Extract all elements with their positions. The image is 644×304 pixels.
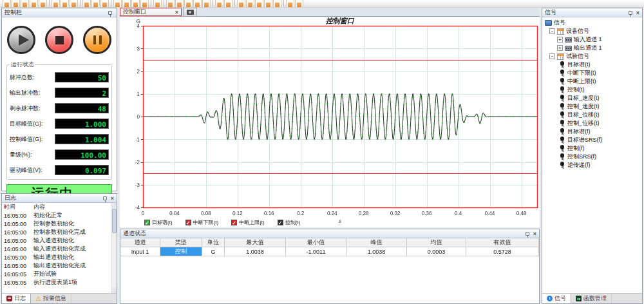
new-file-icon[interactable] xyxy=(3,0,11,8)
zoom-out-icon[interactable] xyxy=(273,0,281,8)
tree-group[interactable]: -设备信号 xyxy=(544,27,642,35)
channel-row[interactable]: Input 1控制G1.0038-1.00111.00380.00030.572… xyxy=(120,247,539,256)
close-icon[interactable]: × xyxy=(533,231,536,236)
tree-signal-item[interactable]: 控制(t) xyxy=(544,86,642,94)
layout-grid-3-icon[interactable] xyxy=(184,0,193,8)
tree-signal-item[interactable]: 目标谱(t) xyxy=(544,61,642,69)
log-row[interactable]: 16:05:00输入通道初始化完成 xyxy=(4,245,110,253)
expand-icon[interactable]: - xyxy=(549,28,555,34)
layout-grid-1-icon[interactable] xyxy=(166,0,175,8)
tree-channel[interactable]: +输入通道 1 xyxy=(544,35,642,44)
table-icon xyxy=(557,28,564,35)
chart-linlog-icon[interactable] xyxy=(122,0,131,8)
expand-icon[interactable]: - xyxy=(549,53,555,59)
zoom-in-icon[interactable] xyxy=(264,0,272,8)
pie-chart-icon[interactable] xyxy=(91,0,100,8)
tab-close-icon[interactable]: × xyxy=(175,10,178,15)
tree-signal-item[interactable]: 目标_位移(t) xyxy=(544,111,642,119)
refresh-icon[interactable] xyxy=(286,0,294,8)
close-icon[interactable] xyxy=(295,0,303,8)
pin-icon[interactable] xyxy=(103,196,107,200)
pan-icon[interactable] xyxy=(255,0,263,8)
legend-checkbox[interactable]: ✓ xyxy=(185,220,191,225)
log-panel: 日志 × 时间内容16:05:00初始化正常16:05:00控制参数初始化16:… xyxy=(1,193,117,304)
tab-secondary[interactable]: 函数管理 xyxy=(571,294,612,303)
control-bar-panel: 控制栏 运行状态 脉冲总数:50输出脉冲数:2剩余脉冲数:48目标峰值(G):1… xyxy=(1,8,117,191)
pause-button[interactable] xyxy=(83,26,111,54)
close-icon[interactable]: × xyxy=(111,196,114,201)
layout-grid-4-icon[interactable] xyxy=(193,0,202,8)
column-header[interactable]: 最大值 xyxy=(225,238,286,247)
tree-signal-item[interactable]: 控制_位移(t) xyxy=(544,119,642,128)
column-header[interactable]: 均值 xyxy=(407,238,466,247)
expand-icon[interactable]: + xyxy=(557,45,563,51)
scrollbar-thumb[interactable] xyxy=(112,209,117,233)
tab-control-window[interactable]: 控制窗口 × xyxy=(120,8,182,16)
signal-tree: 信号-设备信号+输入通道 1+输出通道 1-试验信号目标谱(t)中断下限(t)中… xyxy=(542,17,642,293)
import-icon[interactable] xyxy=(39,0,47,8)
play-button[interactable] xyxy=(7,26,35,54)
log-row[interactable]: 16:05:00控制参数初始化完成 xyxy=(4,228,110,236)
pin-icon[interactable] xyxy=(108,11,112,15)
tab-primary[interactable]: 日志 xyxy=(2,294,31,303)
save-all-icon[interactable] xyxy=(30,0,38,8)
log-row[interactable]: 16:05:05开始试验 xyxy=(4,270,110,278)
tab-secondary[interactable]: ⚠报警信息 xyxy=(31,294,71,303)
tree-signal-item[interactable]: 目标谱SRS(f) xyxy=(544,136,642,144)
tree-group[interactable]: -试验信号 xyxy=(544,52,642,61)
column-header[interactable]: 类型 xyxy=(160,238,202,247)
tree-signal-item[interactable]: 逆传递(f) xyxy=(544,161,642,169)
paste-icon[interactable] xyxy=(61,0,69,8)
channel-cell: Input 1 xyxy=(120,247,160,256)
expand-icon[interactable]: + xyxy=(557,37,563,43)
tree-channel[interactable]: +输出通道 1 xyxy=(544,44,642,52)
column-header[interactable]: 峰值 xyxy=(346,238,407,247)
tree-signal-item[interactable]: 目标_速度(t) xyxy=(544,94,642,102)
pin-icon[interactable] xyxy=(629,11,632,15)
fit-width-icon[interactable] xyxy=(237,0,245,8)
log-row[interactable]: 16:05:00输出通道初始化完成 xyxy=(4,261,110,270)
log-row[interactable]: 16:05:00输入通道初始化 xyxy=(4,236,110,245)
tree-signal-item[interactable]: 控制(f) xyxy=(544,144,642,153)
probe-icon xyxy=(560,137,565,144)
log-row[interactable]: 16:05:00输出通道初始化 xyxy=(4,253,110,261)
layout-grid-5-icon[interactable] xyxy=(202,0,211,8)
waveform-icon[interactable] xyxy=(153,0,162,8)
column-header[interactable]: 单位 xyxy=(202,238,225,247)
save-file-icon[interactable] xyxy=(21,0,29,8)
layout-grid-2-icon[interactable] xyxy=(175,0,184,8)
column-header[interactable]: 有效值 xyxy=(466,238,539,247)
legend-checkbox[interactable]: ✓ xyxy=(144,220,150,225)
open-file-icon[interactable] xyxy=(12,0,20,8)
tree-signal-item[interactable]: 目标谱(f) xyxy=(544,128,642,136)
tree-root-signal[interactable]: 信号 xyxy=(544,19,642,27)
chart-octave-icon[interactable] xyxy=(140,0,149,8)
chart-linlin-icon[interactable] xyxy=(113,0,122,8)
control-chart-canvas[interactable] xyxy=(120,17,540,227)
legend-checkbox[interactable]: ✓ xyxy=(231,220,237,225)
chart-loglog-icon[interactable] xyxy=(131,0,140,8)
tree-signal-item[interactable]: 中断上限(t) xyxy=(544,77,642,86)
column-header[interactable]: 最小值 xyxy=(286,238,346,247)
print-icon[interactable] xyxy=(70,0,78,8)
tab-snapshot[interactable] xyxy=(183,8,197,16)
log-scrollbar[interactable] xyxy=(111,203,117,293)
star-icon[interactable] xyxy=(82,0,91,8)
stop-button[interactable] xyxy=(45,26,73,54)
column-header[interactable]: 通道 xyxy=(120,238,160,247)
fit-height-icon[interactable] xyxy=(246,0,254,8)
log-row[interactable]: 16:05:05执行进度表第1项 xyxy=(4,278,110,287)
tree-signal-item[interactable]: 控制_速度(t) xyxy=(544,102,642,111)
copy-icon[interactable] xyxy=(52,0,60,8)
pin-icon[interactable] xyxy=(526,232,529,236)
tree-signal-item[interactable]: 控制SRS(f) xyxy=(544,153,642,161)
panel-right-icon[interactable] xyxy=(224,0,232,8)
clock-icon[interactable] xyxy=(100,0,109,8)
legend-checkbox[interactable]: ✓ xyxy=(278,220,283,225)
tree-signal-item[interactable]: 中断下限(t) xyxy=(544,69,642,77)
panel-left-icon[interactable] xyxy=(215,0,223,8)
close-icon[interactable]: × xyxy=(636,10,639,15)
tab-primary[interactable]: i信号 xyxy=(542,294,571,303)
log-row[interactable]: 16:05:00初始化正常 xyxy=(4,211,110,220)
log-row[interactable]: 16:05:00控制参数初始化 xyxy=(4,220,110,228)
